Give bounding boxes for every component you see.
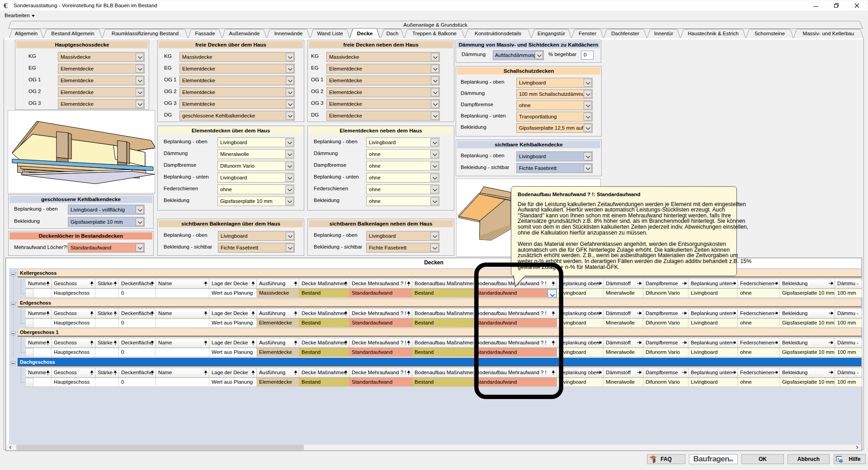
svg-text:Schornsteine: Schornsteine <box>755 31 785 36</box>
svg-text:Innentür: Innentür <box>654 31 673 36</box>
svg-text:Konstruktionsdetails: Konstruktionsdetails <box>475 31 521 36</box>
svg-text:Wand Liste: Wand Liste <box>317 31 343 36</box>
svg-text:Haustechnik & Estrich: Haustechnik & Estrich <box>688 31 739 36</box>
svg-text:Fassade: Fassade <box>195 31 215 36</box>
svg-text:Dach: Dach <box>387 31 399 36</box>
svg-text:Außenwände: Außenwände <box>229 31 260 36</box>
svg-text:Innenwände: Innenwände <box>274 31 303 36</box>
svg-text:Treppen & Balkone: Treppen & Balkone <box>412 31 457 36</box>
svg-text:Massiv- und Kellerbau: Massiv- und Kellerbau <box>803 31 854 36</box>
svg-text:Dachfenster: Dachfenster <box>611 31 639 36</box>
svg-text:Fenster: Fenster <box>579 31 596 36</box>
svg-text:Außenanlage & Grundstück: Außenanlage & Grundstück <box>403 22 467 28</box>
svg-text:Eingangstür: Eingangstür <box>538 31 566 36</box>
svg-text:Bestand Allgemein: Bestand Allgemein <box>51 31 94 36</box>
svg-text:Allgemein: Allgemein <box>15 31 38 36</box>
svg-text:Raumklassifizierung Bestand: Raumklassifizierung Bestand <box>112 31 179 36</box>
svg-text:Decke: Decke <box>357 30 373 37</box>
svg-text:?: ? <box>840 460 842 463</box>
